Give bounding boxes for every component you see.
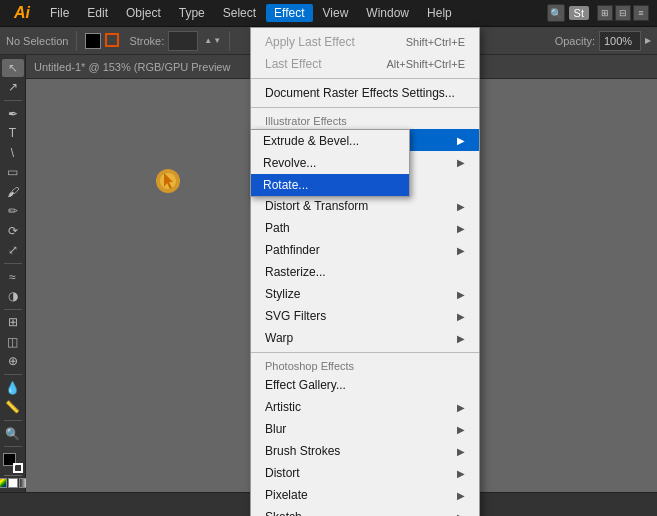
section-illustrator: Illustrator Effects bbox=[251, 111, 479, 129]
stroke-value[interactable] bbox=[168, 31, 198, 51]
menu-item-label: Pathfinder bbox=[265, 243, 320, 257]
submenu-arrow: ▶ bbox=[457, 468, 465, 479]
tool-rect[interactable]: ▭ bbox=[2, 163, 24, 181]
menu-svg-filters[interactable]: SVG Filters ▶ bbox=[251, 305, 479, 327]
title-bar-right: 🔍 St ⊞ ⊟ ≡ bbox=[547, 4, 649, 22]
menu-object[interactable]: Object bbox=[118, 4, 169, 22]
opacity-label: Opacity: bbox=[555, 35, 595, 47]
stroke-box bbox=[105, 33, 119, 47]
menu-sketch[interactable]: Sketch ▶ bbox=[251, 506, 479, 516]
color-tools bbox=[0, 453, 29, 488]
search-btn[interactable]: 🔍 bbox=[547, 4, 565, 22]
stroke-up[interactable]: ▲ bbox=[204, 36, 212, 45]
menu-window[interactable]: Window bbox=[358, 4, 417, 22]
toolbar-sep-2 bbox=[229, 31, 230, 51]
menu-item-label: Apply Last Effect bbox=[265, 35, 355, 49]
tool-direct[interactable]: ↗ bbox=[2, 79, 24, 97]
menu-file[interactable]: File bbox=[42, 4, 77, 22]
submenu-arrow: ▶ bbox=[457, 223, 465, 234]
tool-select[interactable]: ↖ bbox=[2, 59, 24, 77]
submenu-arrow: ▶ bbox=[457, 157, 465, 168]
tool-eyedropper[interactable]: 💧 bbox=[2, 379, 24, 397]
menu-item-shortcut: Shift+Ctrl+E bbox=[406, 36, 465, 48]
none-btn[interactable] bbox=[8, 478, 18, 488]
menu-edit[interactable]: Edit bbox=[79, 4, 116, 22]
menu-path[interactable]: Path ▶ bbox=[251, 217, 479, 239]
menu-item-label: Blur bbox=[265, 422, 286, 436]
menu-item-label: Brush Strokes bbox=[265, 444, 340, 458]
tool-zoom[interactable]: 🔍 bbox=[2, 425, 24, 443]
submenu-revolve[interactable]: Revolve... bbox=[251, 152, 409, 174]
menu-artistic[interactable]: Artistic ▶ bbox=[251, 396, 479, 418]
color-mode-btns bbox=[0, 478, 29, 488]
submenu-item-label: Extrude & Bevel... bbox=[263, 134, 359, 148]
submenu-rotate[interactable]: Rotate... bbox=[251, 174, 409, 196]
tool-rotate[interactable]: ⟳ bbox=[2, 222, 24, 240]
tool-sep-5 bbox=[4, 420, 22, 421]
tool-mesh[interactable]: ⊕ bbox=[2, 353, 24, 371]
menu-item-label: Rasterize... bbox=[265, 265, 326, 279]
grid-btn[interactable]: ⊟ bbox=[615, 5, 631, 21]
menu-sep-1 bbox=[251, 78, 479, 79]
menu-view[interactable]: View bbox=[315, 4, 357, 22]
tool-measure[interactable]: 📏 bbox=[2, 398, 24, 416]
arrange-btn[interactable]: ⊞ bbox=[597, 5, 613, 21]
close-btn[interactable]: ≡ bbox=[633, 5, 649, 21]
opacity-value[interactable]: 100% bbox=[599, 31, 641, 51]
menu-effect-gallery[interactable]: Effect Gallery... bbox=[251, 374, 479, 396]
color-btn[interactable] bbox=[0, 478, 7, 488]
stroke-down[interactable]: ▼ bbox=[213, 36, 221, 45]
menu-rasterize[interactable]: Rasterize... bbox=[251, 261, 479, 283]
effect-menu: Apply Last Effect Shift+Ctrl+E Last Effe… bbox=[250, 27, 480, 516]
menu-select[interactable]: Select bbox=[215, 4, 264, 22]
menu-apply-last-effect[interactable]: Apply Last Effect Shift+Ctrl+E bbox=[251, 31, 479, 53]
stroke-box-tool[interactable] bbox=[13, 463, 23, 473]
submenu-3d: Extrude & Bevel... Revolve... Rotate... bbox=[250, 129, 410, 197]
fill-swatch[interactable] bbox=[85, 33, 101, 49]
tool-scale[interactable]: ⤢ bbox=[2, 241, 24, 259]
tool-pencil[interactable]: ✏ bbox=[2, 202, 24, 220]
tool-pen[interactable]: ✒ bbox=[2, 105, 24, 123]
tool-column[interactable]: ⊞ bbox=[2, 314, 24, 332]
menu-help[interactable]: Help bbox=[419, 4, 460, 22]
tool-paintbrush[interactable]: 🖌 bbox=[2, 183, 24, 201]
menu-last-effect[interactable]: Last Effect Alt+Shift+Ctrl+E bbox=[251, 53, 479, 75]
tool-blend[interactable]: ◑ bbox=[2, 287, 24, 305]
menu-distort-transform[interactable]: Distort & Transform ▶ bbox=[251, 195, 479, 217]
menu-effect[interactable]: Effect bbox=[266, 4, 312, 22]
menu-sep-2 bbox=[251, 107, 479, 108]
menu-distort[interactable]: Distort ▶ bbox=[251, 462, 479, 484]
tool-sep-2 bbox=[4, 263, 22, 264]
menu-pixelate[interactable]: Pixelate ▶ bbox=[251, 484, 479, 506]
menu-sep-3 bbox=[251, 352, 479, 353]
opacity-more[interactable]: ▶ bbox=[645, 36, 651, 45]
menu-warp[interactable]: Warp ▶ bbox=[251, 327, 479, 349]
opacity-control: Opacity: 100% ▶ bbox=[555, 31, 651, 51]
menu-item-label: Distort & Transform bbox=[265, 199, 368, 213]
tool-text[interactable]: T bbox=[2, 124, 24, 142]
submenu-arrow: ▶ bbox=[457, 333, 465, 344]
title-bar: Ai File Edit Object Type Select Effect V… bbox=[0, 0, 657, 27]
tool-line[interactable]: \ bbox=[2, 144, 24, 162]
menu-stylize-ill[interactable]: Stylize ▶ bbox=[251, 283, 479, 305]
title-menu: File Edit Object Type Select Effect View… bbox=[42, 4, 460, 22]
tool-warp[interactable]: ≈ bbox=[2, 268, 24, 286]
left-toolbar: ↖ ↗ ✒ T \ ▭ 🖌 ✏ ⟳ ⤢ ≈ ◑ ⊞ ◫ ⊕ 💧 📏 🔍 bbox=[0, 55, 26, 492]
submenu-extrude-bevel[interactable]: Extrude & Bevel... bbox=[251, 130, 409, 152]
submenu-arrow: ▶ bbox=[457, 402, 465, 413]
tool-gradient[interactable]: ◫ bbox=[2, 333, 24, 351]
menu-item-label: Pixelate bbox=[265, 488, 308, 502]
menu-item-label: Stylize bbox=[265, 287, 300, 301]
menu-brush-strokes[interactable]: Brush Strokes ▶ bbox=[251, 440, 479, 462]
color-sep bbox=[4, 475, 22, 476]
menu-item-label: SVG Filters bbox=[265, 309, 326, 323]
menu-document-raster[interactable]: Document Raster Effects Settings... bbox=[251, 82, 479, 104]
mode-indicator: St bbox=[569, 6, 589, 20]
menu-blur[interactable]: Blur ▶ bbox=[251, 418, 479, 440]
submenu-arrow: ▶ bbox=[457, 289, 465, 300]
menu-type[interactable]: Type bbox=[171, 4, 213, 22]
menu-item-label: Last Effect bbox=[265, 57, 321, 71]
ai-logo: Ai bbox=[8, 4, 36, 22]
menu-item-shortcut: Alt+Shift+Ctrl+E bbox=[386, 58, 465, 70]
menu-pathfinder[interactable]: Pathfinder ▶ bbox=[251, 239, 479, 261]
